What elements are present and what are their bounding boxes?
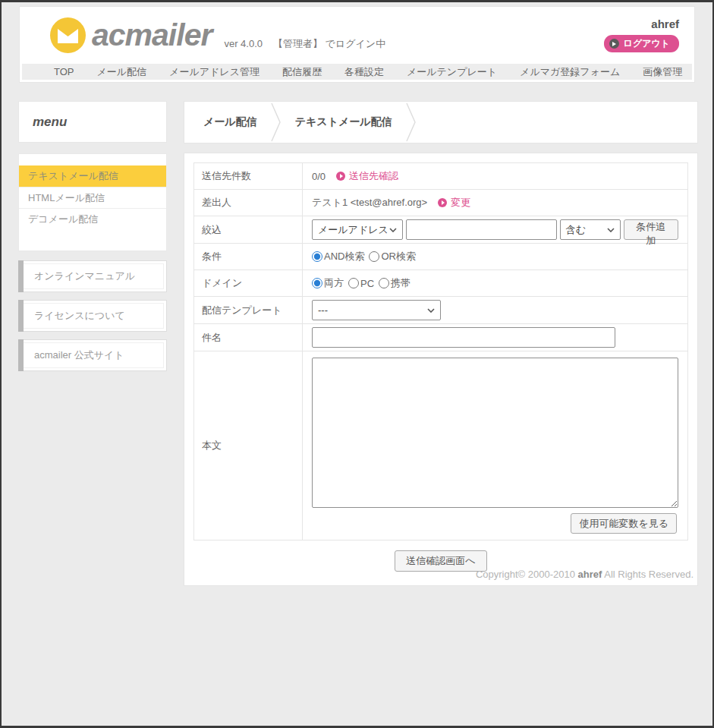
chevron-down-icon bbox=[427, 308, 435, 313]
table-row: 条件 AND検索 OR検索 bbox=[194, 244, 688, 270]
subject-label: 件名 bbox=[194, 324, 303, 351]
add-condition-button[interactable]: 条件追加 bbox=[624, 219, 678, 240]
nav-item-registration-form[interactable]: メルマガ登録フォーム bbox=[520, 65, 620, 79]
subject-input[interactable] bbox=[312, 327, 615, 348]
logout-label: ログアウト bbox=[624, 37, 670, 50]
domain-label: ドメイン bbox=[194, 270, 303, 297]
chevron-down-icon bbox=[607, 228, 615, 232]
link-license[interactable]: ライセンスについて bbox=[18, 300, 167, 332]
breadcrumb-text-mail-delivery: テキストメール配信 bbox=[295, 115, 392, 129]
main-nav: TOP メール配信 メールアドレス管理 配信履歴 各種設定 メールテンプレート … bbox=[22, 64, 692, 80]
nav-item-mail-template[interactable]: メールテンプレート bbox=[407, 65, 497, 79]
version-area: ver 4.0.0【管理者】 でログイン中 bbox=[224, 37, 385, 51]
copyright-prefix: Copyright© 2000-2010 bbox=[476, 569, 578, 580]
table-row: 配信テンプレート --- bbox=[194, 297, 688, 324]
table-row: ドメイン 両方 PC 携帯 bbox=[194, 270, 688, 297]
radio-pc[interactable]: PC bbox=[348, 278, 374, 289]
chevron-right-icon bbox=[406, 102, 417, 143]
play-icon bbox=[438, 198, 447, 207]
radio-or-search-input[interactable] bbox=[369, 251, 379, 262]
radio-pc-input[interactable] bbox=[348, 278, 359, 288]
radio-both-input[interactable] bbox=[312, 278, 322, 288]
mail-form-table: 送信先件数 0/0 送信先確認 差出人 テスト1 <test@ahref.org… bbox=[193, 162, 688, 540]
filter-field-select[interactable]: メールアドレス bbox=[312, 219, 403, 240]
body-label: 本文 bbox=[194, 351, 303, 540]
change-sender-label: 変更 bbox=[451, 196, 470, 210]
radio-mobile-input[interactable] bbox=[379, 278, 389, 288]
radio-mobile[interactable]: 携帯 bbox=[379, 276, 410, 290]
verify-recipients-link[interactable]: 送信先確認 bbox=[336, 169, 398, 183]
radio-or-search-label: OR検索 bbox=[381, 250, 416, 263]
radio-both[interactable]: 両方 bbox=[312, 276, 344, 290]
sidebar-item-html-mail[interactable]: HTMLメール配信 bbox=[19, 187, 166, 208]
confirm-send-button[interactable]: 送信確認画面へ bbox=[395, 550, 486, 572]
template-label: 配信テンプレート bbox=[194, 297, 303, 324]
menu-header: menu bbox=[18, 101, 167, 143]
link-official-site-label: acmailer 公式サイト bbox=[21, 342, 164, 368]
footer-copyright: Copyright© 2000-2010 ahref All Rights Re… bbox=[476, 569, 694, 580]
table-row: 絞込 メールアドレス 含む bbox=[194, 216, 688, 244]
sender-label: 差出人 bbox=[194, 190, 303, 216]
envelope-icon bbox=[58, 29, 78, 43]
recipient-count-label: 送信先件数 bbox=[194, 163, 303, 190]
breadcrumb-mail-delivery[interactable]: メール配信 bbox=[203, 115, 257, 129]
copyright-brand: ahref bbox=[578, 569, 602, 580]
filter-match-value: 含む bbox=[566, 223, 586, 237]
nav-item-address-management[interactable]: メールアドレス管理 bbox=[169, 65, 259, 79]
show-variables-button[interactable]: 使用可能変数を見る bbox=[571, 513, 677, 534]
filter-field-value: メールアドレス bbox=[318, 223, 388, 237]
sidebar-item-text-mail[interactable]: テキストメール配信 bbox=[19, 165, 166, 187]
radio-or-search[interactable]: OR検索 bbox=[369, 250, 416, 263]
verify-recipients-label: 送信先確認 bbox=[349, 169, 398, 183]
brand-name: ahref bbox=[604, 17, 679, 30]
play-icon bbox=[336, 172, 345, 181]
table-row: 差出人 テスト1 <test@ahref.org> 変更 bbox=[194, 190, 688, 216]
condition-label: 条件 bbox=[194, 244, 303, 270]
radio-and-search[interactable]: AND検索 bbox=[312, 250, 364, 263]
nav-item-delivery-history[interactable]: 配信履歴 bbox=[282, 65, 322, 79]
table-row: 本文 使用可能変数を見る bbox=[194, 351, 688, 540]
radio-pc-label: PC bbox=[360, 278, 374, 289]
menu-list: テキストメール配信 HTMLメール配信 デコメール配信 bbox=[18, 153, 167, 251]
nav-item-mail-delivery[interactable]: メール配信 bbox=[97, 65, 147, 79]
template-select[interactable]: --- bbox=[312, 300, 441, 320]
filter-label: 絞込 bbox=[194, 216, 303, 244]
change-sender-link[interactable]: 変更 bbox=[438, 196, 470, 210]
table-row: 件名 bbox=[194, 324, 688, 351]
radio-both-label: 両方 bbox=[324, 276, 344, 290]
chevron-right-icon bbox=[271, 102, 282, 143]
sidebar-item-deco-mail[interactable]: デコメール配信 bbox=[19, 208, 166, 229]
nav-item-top[interactable]: TOP bbox=[54, 66, 74, 77]
body-textarea[interactable] bbox=[312, 358, 678, 508]
version-text: ver 4.0.0 bbox=[224, 38, 263, 49]
main-content: 送信先件数 0/0 送信先確認 差出人 テスト1 <test@ahref.org… bbox=[184, 153, 698, 586]
header-top: acmailer ver 4.0.0【管理者】 でログイン中 ahref ログア… bbox=[20, 7, 694, 64]
link-official-site[interactable]: acmailer 公式サイト bbox=[18, 339, 167, 371]
link-license-label: ライセンスについて bbox=[21, 303, 164, 329]
link-online-manual[interactable]: オンラインマニュアル bbox=[18, 260, 167, 292]
breadcrumb: メール配信 テキストメール配信 bbox=[184, 101, 698, 143]
header: acmailer ver 4.0.0【管理者】 でログイン中 ahref ログア… bbox=[19, 6, 695, 83]
table-row: 送信先件数 0/0 送信先確認 bbox=[194, 163, 688, 190]
filter-match-select[interactable]: 含む bbox=[560, 219, 621, 240]
radio-mobile-label: 携帯 bbox=[391, 276, 410, 290]
radio-and-search-label: AND検索 bbox=[324, 250, 364, 263]
sidebar-links: オンラインマニュアル ライセンスについて acmailer 公式サイト bbox=[18, 260, 167, 371]
play-icon bbox=[609, 39, 619, 49]
sender-value: テスト1 <test@ahref.org> bbox=[312, 196, 427, 210]
link-online-manual-label: オンラインマニュアル bbox=[21, 263, 164, 289]
template-value: --- bbox=[318, 304, 328, 316]
nav-item-settings[interactable]: 各種設定 bbox=[344, 65, 384, 79]
recipient-count-value: 0/0 bbox=[312, 171, 326, 182]
chevron-down-icon bbox=[389, 228, 397, 232]
acmailer-logo bbox=[50, 17, 86, 53]
logo-text: acmailer bbox=[92, 20, 212, 51]
menu-title: menu bbox=[33, 115, 67, 130]
logout-button[interactable]: ログアウト bbox=[604, 35, 679, 52]
copyright-suffix: All Rights Reserved. bbox=[602, 569, 694, 580]
login-status: 【管理者】 でログイン中 bbox=[273, 38, 385, 49]
filter-keyword-input[interactable] bbox=[406, 219, 557, 240]
nav-item-image-management[interactable]: 画像管理 bbox=[643, 65, 682, 79]
radio-and-search-input[interactable] bbox=[312, 251, 322, 262]
sidebar: menu テキストメール配信 HTMLメール配信 デコメール配信 オンラインマニ… bbox=[18, 101, 167, 379]
